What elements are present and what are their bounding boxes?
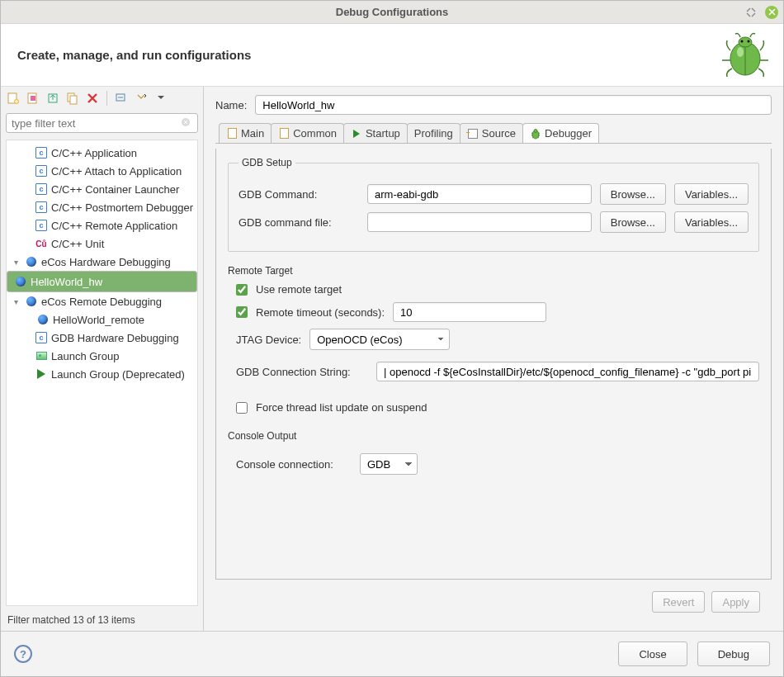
gdb-connection-input[interactable] — [376, 362, 759, 381]
tree-item-c-remote[interactable]: ▸cC/C++ Remote Application — [7, 216, 197, 234]
source-icon — [467, 128, 479, 140]
svg-rect-9 — [31, 96, 35, 101]
document-icon — [278, 128, 290, 140]
c-file-icon: c — [35, 201, 48, 214]
remote-target-title: Remote Target — [228, 265, 759, 277]
export-icon[interactable] — [45, 91, 60, 106]
svg-point-5 — [737, 47, 744, 57]
left-panel: ▸cC/C++ Application ▸cC/C++ Attach to Ap… — [1, 87, 204, 631]
c-file-icon: c — [35, 146, 48, 159]
tree-item-c-container[interactable]: ▸cC/C++ Container Launcher — [7, 180, 197, 198]
gdb-file-browse-button[interactable]: Browse... — [600, 211, 666, 233]
banner-heading: Create, manage, and run configurations — [17, 48, 251, 62]
gdb-connection-label: GDB Connection String: — [236, 366, 368, 378]
tree-item-c-app[interactable]: ▸cC/C++ Application — [7, 144, 197, 162]
gdb-command-input[interactable] — [367, 184, 592, 204]
titlebar: Debug Configurations — [1, 1, 783, 24]
tree-item-ecos-hw[interactable]: ▾eCos Hardware Debugging — [7, 253, 197, 271]
tab-profiling[interactable]: Profiling — [407, 123, 460, 143]
collapse-all-icon[interactable] — [114, 91, 129, 106]
apply-button[interactable]: Apply — [711, 591, 760, 613]
tab-debugger[interactable]: Debugger — [522, 123, 599, 143]
gdb-setup-group: GDB Setup GDB Command: Browse... Variabl… — [228, 157, 759, 252]
svg-rect-12 — [70, 96, 77, 104]
revert-button[interactable]: Revert — [652, 591, 705, 613]
banner: Create, manage, and run configurations — [1, 24, 783, 87]
globe-icon — [36, 313, 50, 326]
c-file-icon: c — [35, 164, 48, 178]
chevron-down-icon[interactable]: ▾ — [10, 297, 21, 306]
jtag-device-select[interactable]: OpenOCD (eCos) — [309, 329, 450, 350]
tab-source[interactable]: Source — [460, 123, 523, 143]
use-remote-label: Use remote target — [256, 283, 342, 296]
gdb-file-variables-button[interactable]: Variables... — [674, 211, 749, 233]
tab-common[interactable]: Common — [271, 123, 344, 143]
console-connection-select[interactable]: GDB — [360, 453, 418, 475]
remote-timeout-label: Remote timeout (seconds): — [256, 306, 385, 319]
play-icon — [351, 128, 362, 140]
clear-filter-icon[interactable] — [181, 117, 192, 129]
gdb-setup-legend: GDB Setup — [239, 157, 295, 168]
duplicate-icon[interactable] — [65, 91, 80, 106]
tree-item-launch-group[interactable]: ▸Launch Group — [7, 347, 197, 365]
close-icon[interactable] — [765, 6, 778, 19]
chevron-down-icon[interactable]: ▾ — [10, 258, 21, 267]
left-toolbar — [1, 87, 203, 110]
tree-item-gdb-hw[interactable]: ▸cGDB Hardware Debugging — [7, 329, 197, 347]
globe-icon — [14, 275, 27, 288]
tree-item-c-unit[interactable]: ▸CůC/C++ Unit — [7, 234, 197, 253]
name-input[interactable] — [255, 95, 772, 115]
svg-point-4 — [748, 40, 750, 43]
tree-item-helloworld-remote[interactable]: HelloWorld_remote — [7, 310, 197, 329]
console-connection-label: Console connection: — [236, 458, 352, 471]
tree-item-ecos-remote[interactable]: ▾eCos Remote Debugging — [7, 292, 197, 310]
filter-status: Filter matched 13 of 13 items — [1, 609, 203, 631]
maximize-icon[interactable] — [745, 7, 757, 18]
tree-item-launch-group-deprecated[interactable]: ▸Launch Group (Deprecated) — [7, 365, 197, 383]
remote-timeout-checkbox[interactable] — [236, 306, 248, 318]
gdb-command-browse-button[interactable]: Browse... — [600, 183, 666, 205]
help-icon[interactable]: ? — [14, 645, 32, 663]
launch-group-icon — [35, 349, 48, 362]
remote-timeout-input[interactable] — [393, 302, 546, 322]
new-config-icon[interactable] — [6, 91, 21, 106]
window-title: Debug Configurations — [336, 6, 449, 18]
gdb-command-variables-button[interactable]: Variables... — [674, 183, 749, 205]
svg-point-16 — [534, 129, 537, 132]
svg-point-3 — [741, 40, 744, 43]
tab-main[interactable]: Main — [219, 123, 272, 143]
c-file-icon: c — [35, 331, 48, 344]
new-prototype-icon[interactable] — [26, 91, 40, 106]
document-icon — [226, 128, 238, 140]
gdb-command-label: GDB Command: — [239, 188, 359, 201]
tree-item-c-postmortem[interactable]: ▸cC/C++ Postmortem Debugger — [7, 198, 197, 216]
force-thread-checkbox[interactable] — [236, 402, 248, 414]
filter-menu-icon[interactable] — [134, 91, 149, 106]
separator — [106, 91, 107, 106]
tab-bar: Main Common Startup Profiling Source Deb… — [215, 123, 772, 144]
dialog-footer: ? Close Debug — [1, 631, 783, 676]
globe-icon — [25, 255, 38, 268]
tree-item-c-attach[interactable]: ▸cC/C++ Attach to Application — [7, 162, 197, 180]
svg-point-2 — [739, 37, 752, 47]
bug-icon — [530, 128, 541, 140]
gdb-file-label: GDB command file: — [239, 216, 359, 229]
force-thread-label: Force thread list update on suspend — [256, 401, 427, 414]
tree-item-helloworld-hw[interactable]: HelloWorld_hw — [7, 271, 197, 292]
c-file-icon: c — [35, 219, 48, 232]
debug-button[interactable]: Debug — [697, 641, 770, 666]
tab-startup[interactable]: Startup — [343, 123, 408, 143]
console-output-title: Console Output — [228, 430, 759, 442]
delete-icon[interactable] — [85, 91, 100, 106]
filter-input[interactable] — [12, 117, 181, 130]
filter-box[interactable] — [6, 113, 198, 133]
c-unit-icon: Ců — [35, 237, 48, 250]
use-remote-checkbox[interactable] — [236, 284, 248, 296]
tab-panel-debugger: GDB Setup GDB Command: Browse... Variabl… — [215, 149, 772, 580]
c-file-icon: c — [35, 182, 48, 196]
dropdown-icon[interactable] — [153, 91, 168, 106]
close-button[interactable]: Close — [618, 641, 687, 666]
play-icon — [35, 367, 48, 381]
config-tree[interactable]: ▸cC/C++ Application ▸cC/C++ Attach to Ap… — [6, 140, 198, 606]
gdb-file-input[interactable] — [367, 212, 592, 232]
